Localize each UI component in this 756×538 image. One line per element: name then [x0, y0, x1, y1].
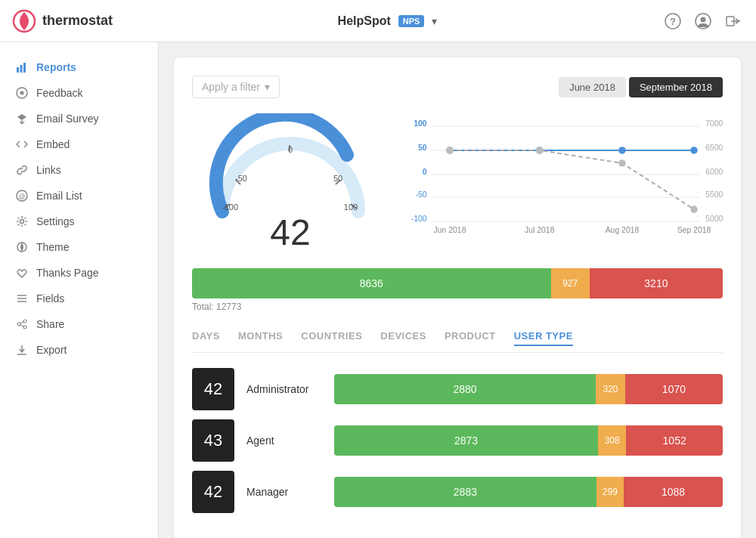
sidebar-item-feedback[interactable]: Feedback: [0, 80, 158, 106]
sidebar-label-settings: Settings: [36, 215, 75, 227]
sidebar-label-export: Export: [36, 344, 67, 356]
gauge-container: 0 -50 50 -100 100: [192, 113, 389, 253]
svg-text:7000: 7000: [705, 119, 723, 128]
logo-area: thermostat: [12, 9, 113, 33]
sidebar-label-feedback: Feedback: [36, 87, 82, 99]
svg-point-21: [23, 320, 26, 323]
filter-arrow: ▾: [265, 81, 270, 93]
gauge-svg: 0 -50 50 -100 100: [207, 113, 373, 219]
score-administrator: 42: [192, 368, 234, 410]
user-icon: [695, 13, 711, 29]
tab-countries[interactable]: COUNTRIES: [301, 330, 362, 346]
sidebar-item-theme[interactable]: Theme: [0, 234, 158, 260]
label-administrator: Administrator: [246, 383, 322, 395]
gauge-chart-row: 0 -50 50 -100 100: [192, 113, 723, 253]
theme-icon: [15, 240, 29, 254]
logout-button[interactable]: [723, 11, 744, 32]
svg-point-4: [700, 17, 705, 22]
score-manager: 42: [192, 471, 234, 513]
svg-point-54: [618, 147, 626, 153]
user-type-row-agent: 43 Agent 2873 308 1052: [192, 419, 723, 462]
label-manager: Manager: [246, 486, 322, 498]
email-list-icon: @: [15, 189, 29, 203]
svg-rect-8: [20, 65, 23, 73]
embed-icon: [15, 138, 29, 151]
bar-admin-red: 1070: [625, 374, 723, 404]
label-agent: Agent: [246, 434, 322, 447]
sidebar-item-share[interactable]: Share: [0, 311, 158, 337]
svg-text:100: 100: [414, 119, 427, 128]
export-icon: [15, 343, 29, 357]
svg-point-22: [23, 326, 26, 329]
sidebar-item-export[interactable]: Export: [0, 337, 158, 363]
total-bar-red: 3210: [590, 268, 723, 298]
tab-product[interactable]: PRODUCT: [445, 330, 496, 346]
sidebar-label-theme: Theme: [36, 241, 70, 253]
user-type-row-administrator: 42 Administrator 2880 320 1070: [192, 368, 723, 410]
sidebar-item-fields[interactable]: Fields: [0, 286, 158, 311]
logo-icon: [12, 9, 36, 33]
bar-manager-red: 1088: [624, 477, 723, 507]
tab-days[interactable]: DAYS: [192, 330, 220, 346]
chart-area: 100 50 0 -50 -100 7000 6500 6000 5500 50…: [407, 113, 723, 253]
nps-badge: NPS: [398, 15, 425, 27]
top-nav: thermostat HelpSpot NPS ▾ ?: [0, 0, 756, 42]
sidebar-label-email-survey: Email Survey: [36, 113, 98, 125]
svg-text:-50: -50: [415, 190, 426, 199]
content-area: Apply a filter ▾ June 2018 September 201…: [159, 42, 756, 538]
sidebar-item-settings[interactable]: Settings: [0, 209, 158, 234]
filter-placeholder: Apply a filter: [202, 81, 260, 93]
bar-admin-green: 2880: [334, 374, 596, 404]
svg-point-20: [17, 323, 20, 326]
user-button[interactable]: [692, 11, 714, 32]
svg-text:5500: 5500: [705, 190, 723, 199]
date-range: June 2018 September 2018: [559, 77, 723, 97]
svg-text:@: @: [18, 193, 25, 200]
helpspot-label: HelpSpot: [338, 14, 391, 28]
svg-text:0: 0: [423, 168, 427, 176]
logout-icon: [725, 13, 742, 29]
date-from-button[interactable]: June 2018: [559, 77, 626, 97]
thanks-page-icon: [15, 266, 29, 280]
help-button[interactable]: ?: [662, 11, 683, 32]
sidebar-item-links[interactable]: Links: [0, 157, 158, 183]
svg-text:-100: -100: [222, 203, 238, 212]
tab-devices[interactable]: DEVICES: [380, 330, 426, 346]
sidebar-item-reports[interactable]: Reports: [0, 54, 158, 80]
sidebar-item-email-list[interactable]: @ Email List: [0, 183, 158, 209]
score-agent: 43: [192, 419, 234, 462]
sidebar: Reports Feedback Email Survey Embed Link…: [0, 42, 159, 538]
bar-agent-red: 1052: [626, 425, 723, 456]
svg-text:Jun 2018: Jun 2018: [434, 226, 466, 234]
svg-text:Jul 2018: Jul 2018: [525, 226, 555, 234]
svg-point-57: [536, 147, 544, 153]
svg-line-24: [20, 325, 23, 326]
bar-agent-green: 2873: [334, 425, 598, 456]
svg-text:6000: 6000: [705, 168, 723, 176]
total-stacked-bar: 8636 927 3210: [192, 268, 723, 298]
total-label: Total: 12773: [192, 301, 723, 312]
tab-months[interactable]: MONTHS: [238, 330, 283, 346]
sidebar-label-email-list: Email List: [36, 190, 82, 202]
help-icon: ?: [665, 13, 681, 29]
date-to-button[interactable]: September 2018: [629, 77, 723, 97]
main-card: Apply a filter ▾ June 2018 September 201…: [174, 57, 741, 538]
svg-point-55: [690, 147, 698, 153]
tabs-row: DAYS MONTHS COUNTRIES DEVICES PRODUCT US…: [192, 330, 723, 353]
sidebar-label-reports: Reports: [36, 61, 76, 73]
sidebar-item-email-survey[interactable]: Email Survey: [0, 106, 158, 131]
sidebar-label-embed: Embed: [36, 138, 70, 150]
sidebar-item-embed[interactable]: Embed: [0, 131, 158, 157]
share-icon: [15, 317, 29, 331]
feedback-icon: [15, 86, 29, 100]
user-type-row-manager: 42 Manager 2883 299 1088: [192, 471, 723, 513]
bar-agent-yellow: 308: [598, 425, 626, 456]
sidebar-item-thanks-page[interactable]: Thanks Page: [0, 260, 158, 286]
svg-text:6500: 6500: [705, 144, 723, 152]
filter-dropdown[interactable]: Apply a filter ▾: [192, 76, 280, 98]
svg-text:-100: -100: [411, 215, 427, 223]
tab-user-type[interactable]: USER TYPE: [514, 330, 573, 346]
nav-dropdown-arrow[interactable]: ▾: [432, 15, 437, 27]
sidebar-label-fields: Fields: [36, 292, 64, 305]
main-layout: Reports Feedback Email Survey Embed Link…: [0, 42, 756, 538]
